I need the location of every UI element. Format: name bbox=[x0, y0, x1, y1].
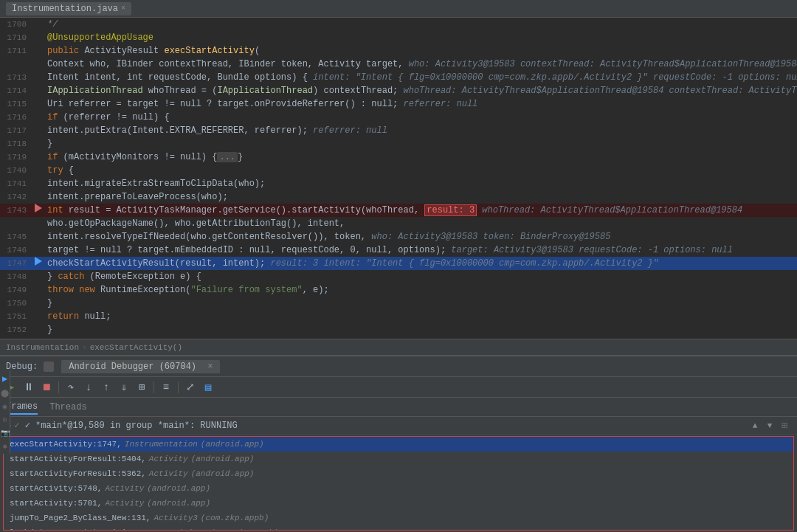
down-frame-button[interactable]: ▼ bbox=[763, 419, 776, 432]
code-line-1750: 1750 } bbox=[0, 297, 797, 310]
breadcrumb: Instrumentation › execStartActivity() bbox=[0, 339, 797, 355]
debug-icon bbox=[44, 362, 54, 372]
code-line-1714: 1714 IApplicationThread whoThread = (IAp… bbox=[0, 84, 797, 97]
code-line-1718: 1718 } bbox=[0, 137, 797, 151]
step-out-button[interactable]: ↑ bbox=[98, 379, 114, 395]
toolbar-sep2 bbox=[153, 381, 154, 393]
code-line-1711: 1711 public ActivityResult execStartActi… bbox=[0, 44, 797, 58]
current-execution-arrow bbox=[35, 257, 42, 266]
code-lines: 1708 */ 1710 @UnsupportedAppUsage 1711 p… bbox=[0, 18, 797, 339]
minimize-button[interactable]: ▤ bbox=[200, 379, 216, 395]
code-line-1742: 1742 intent.prepareToLeaveProcess(who); bbox=[0, 190, 797, 204]
code-line-1744: who.getOpPackageName(), who.getAttributi… bbox=[0, 217, 797, 230]
thread-status-label: ✓ ✓ *main*@19,580 in group *main*: RUNNI… bbox=[14, 420, 238, 431]
debug-session-close[interactable]: × bbox=[207, 362, 213, 372]
code-line-1740: 1740 try { bbox=[0, 164, 797, 177]
side-btn-3[interactable]: ◉ bbox=[2, 402, 7, 411]
frame-item-6[interactable]: lambda$onCreate$0$Activity3:38, Activity… bbox=[4, 525, 793, 531]
debug-panel: Debug: Android Debugger (60704) × ▶ ⏸ ⏹ … bbox=[0, 355, 797, 532]
toolbar-sep1 bbox=[58, 381, 59, 393]
code-line-1716: 1716 if (referrer != null) { bbox=[0, 111, 797, 124]
side-btn-2[interactable]: ⬤ bbox=[1, 389, 9, 398]
code-line-1715: 1715 Uri referrer = target != null ? tar… bbox=[0, 97, 797, 111]
debug-session-label: Android Debugger (60704) bbox=[69, 362, 196, 372]
code-line-1717: 1717 intent.putExtra(Intent.EXTRA_REFERR… bbox=[0, 124, 797, 137]
code-line-1719: 1719 if (mActivityMonitors != null) {...… bbox=[0, 151, 797, 164]
debug-label: Debug: bbox=[6, 362, 38, 372]
tab-frames[interactable]: Frames bbox=[6, 400, 38, 415]
up-frame-button[interactable]: ▲ bbox=[748, 419, 762, 432]
code-line-1708: 1708 */ bbox=[0, 18, 797, 31]
stop-button[interactable]: ⏹ bbox=[38, 379, 55, 395]
restore-button[interactable]: ⤢ bbox=[182, 379, 199, 395]
frame-list: execStartActivity:1747, Instrumentation … bbox=[3, 436, 794, 531]
code-line-1741: 1741 intent.migrateExtraStreamToClipData… bbox=[0, 177, 797, 190]
tab-close-button[interactable]: × bbox=[121, 4, 125, 13]
debug-tabs: Frames Threads bbox=[0, 398, 797, 417]
title-bar: Instrumentation.java × bbox=[0, 0, 797, 18]
code-line-1752: 1752 } bbox=[0, 323, 797, 336]
run-to-cursor-button[interactable]: ⇓ bbox=[116, 379, 132, 395]
thread-info: ✓ *main*@19,580 in group *main*: RUNNING bbox=[25, 421, 238, 431]
pause-button[interactable]: ⏸ bbox=[21, 379, 37, 395]
frame-item-5[interactable]: jumpTo_Page2_ByClass_New:131, Activity3 … bbox=[4, 511, 793, 525]
side-btn-6[interactable]: ✱ bbox=[2, 442, 7, 451]
frame-item-2[interactable]: startActivityForResult:5362, Activity (a… bbox=[4, 466, 793, 481]
code-line-1751: 1751 return null; bbox=[0, 310, 797, 323]
step-over-button[interactable]: ↷ bbox=[63, 379, 79, 395]
code-line-1745: 1745 intent.resolveTypeIfNeeded(who.getC… bbox=[0, 230, 797, 243]
resume-side-button[interactable]: ▶ bbox=[2, 373, 7, 384]
breadcrumb-class[interactable]: Instrumentation bbox=[6, 343, 79, 352]
debug-header: Debug: Android Debugger (60704) × bbox=[0, 356, 797, 377]
code-line-1713: 1713 Intent intent, int requestCode, Bun… bbox=[0, 71, 797, 84]
side-btn-5[interactable]: 📷 bbox=[1, 429, 10, 438]
code-line-1712a: Context who, IBinder contextThread, IBin… bbox=[0, 58, 797, 71]
debug-session-tab[interactable]: Android Debugger (60704) × bbox=[61, 360, 220, 373]
side-btn-4[interactable]: ⊙ bbox=[2, 415, 7, 424]
toolbar-sep3 bbox=[178, 381, 179, 393]
debug-side-panel: ▶ ⬤ ◉ ⊙ 📷 ✱ bbox=[0, 370, 10, 454]
code-line-1747: 1747 checkStartActivityResult(result, in… bbox=[0, 257, 797, 270]
breadcrumb-sep: › bbox=[82, 343, 87, 352]
debug-toolbar: ▶ ⏸ ⏹ ↷ ↓ ↑ ⇓ ⊞ ≡ ⤢ ▤ bbox=[0, 377, 797, 398]
code-line-1710: 1710 @UnsupportedAppUsage bbox=[0, 31, 797, 44]
step-into-button[interactable]: ↓ bbox=[80, 379, 97, 395]
code-line-1749: 1749 throw new RuntimeException("Failure… bbox=[0, 283, 797, 297]
code-line-1743: 1743 int result = ActivityTaskManager.ge… bbox=[0, 204, 797, 217]
breadcrumb-method[interactable]: execStartActivity() bbox=[90, 343, 182, 352]
frame-item-3[interactable]: startActivity:5748, Activity (android.ap… bbox=[4, 481, 793, 496]
code-line-1748: 1748 } catch (RemoteException e) { bbox=[0, 270, 797, 283]
inline-value: result: 3 bbox=[424, 204, 477, 216]
evaluate-button[interactable]: ⊞ bbox=[134, 379, 150, 395]
editor-area: 1708 */ 1710 @UnsupportedAppUsage 1711 p… bbox=[0, 18, 797, 355]
tab-filename: Instrumentation.java bbox=[12, 4, 118, 14]
thread-header: ▶ ✓ ✓ *main*@19,580 in group *main*: RUN… bbox=[0, 417, 797, 435]
filter-button[interactable]: ⊞ bbox=[778, 419, 791, 432]
code-line-1746: 1746 target != null ? target.mEmbeddedID… bbox=[0, 243, 797, 257]
settings-button[interactable]: ≡ bbox=[158, 379, 174, 395]
frame-item-4[interactable]: startActivity:5701, Activity (android.ap… bbox=[4, 496, 793, 511]
frame-item-0[interactable]: execStartActivity:1747, Instrumentation … bbox=[4, 437, 793, 452]
tab-threads[interactable]: Threads bbox=[49, 401, 86, 414]
editor-tab[interactable]: Instrumentation.java × bbox=[6, 2, 131, 15]
breakpoint-arrow bbox=[35, 204, 42, 213]
frame-item-1[interactable]: startActivityForResult:5404, Activity (a… bbox=[4, 452, 793, 466]
